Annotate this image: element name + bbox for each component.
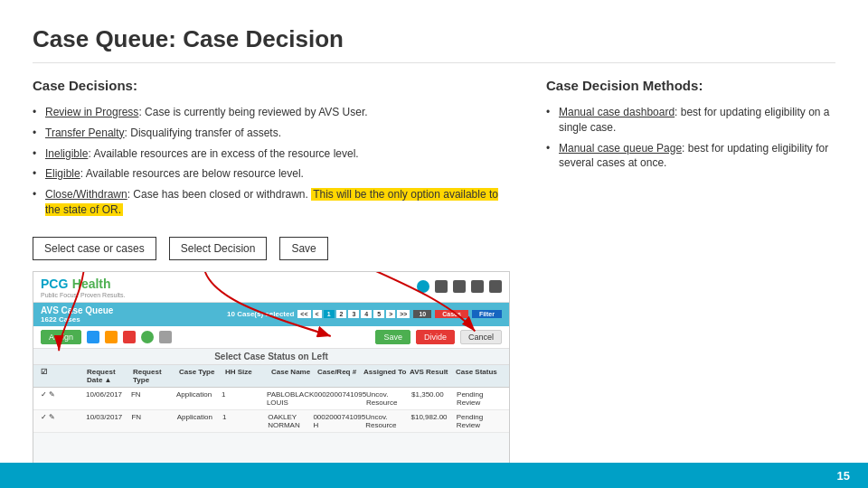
row1-status: Pending Review — [457, 390, 502, 407]
bullet-ineligible-label: Ineligible — [45, 147, 88, 160]
save-btn[interactable]: Save — [375, 330, 410, 344]
methods-list: Manual case dashboard: best for updating… — [546, 102, 835, 174]
pg-1: 1 — [324, 310, 335, 318]
pg-next: > — [386, 310, 395, 318]
th-req-type: Request Type — [133, 368, 179, 384]
home-icon — [417, 280, 429, 293]
bullet-eligible-text: : Available resources are below resource… — [80, 167, 304, 180]
th-case-name: Case Name — [271, 368, 317, 384]
pg-size: 10 — [413, 310, 431, 318]
row1-check: ✓ ✎ — [41, 390, 86, 407]
ss-title-right: 10 Case(s) selected << < 1 2 3 4 5 > >> — [227, 310, 502, 318]
row1-name: PABLOBLACK LOUIS — [267, 390, 314, 407]
th-avs-result: AVS Result — [410, 368, 456, 384]
table-row: ✓ ✎ 10/06/2017 FN Application 1 PABLOBLA… — [33, 388, 509, 410]
bullet-transfer-text: : Disqualifying transfer of assets. — [125, 127, 281, 139]
row2-req: 0002000741095 H — [313, 413, 365, 429]
bullet-review-text: : Case is currently being reviewed by AV… — [138, 106, 367, 118]
case-decisions-list: Review in Progress: Case is currently be… — [33, 102, 510, 221]
bullet-close: Close/Withdrawn: Case has been closed or… — [33, 184, 510, 221]
th-hh-size: HH Size — [225, 368, 271, 384]
workflow-step3: Save — [279, 237, 327, 260]
pg-2: 2 — [336, 310, 347, 318]
workflow-step1: Select case or cases — [33, 237, 156, 260]
row2-name: OAKLEY NORMAN — [268, 413, 313, 429]
footer-bar: 15 — [0, 463, 868, 488]
icon4 — [141, 331, 154, 343]
divide-btn[interactable]: Divide — [416, 330, 455, 344]
row2-check: ✓ ✎ — [41, 413, 86, 429]
icon2 — [105, 331, 118, 343]
row2-hh: 1 — [222, 413, 268, 429]
ss-toolbar: Assign Save Divide Cancel — [33, 326, 509, 349]
th-req-date: Request Date ▲ — [87, 368, 133, 384]
bullet-review-label: Review in Progress — [45, 106, 138, 118]
page-number: 15 — [837, 469, 850, 483]
slide: Case Queue: Case Decision Case Decisions… — [0, 0, 868, 488]
row1-assigned: Uncov. Resource — [366, 390, 411, 407]
icon1 — [87, 331, 99, 343]
bullet-ineligible: Ineligible: Available resources are in e… — [33, 144, 510, 164]
method-dashboard: Manual case dashboard: best for updating… — [546, 102, 835, 138]
ss-cases-selected: 10 Case(s) selected — [227, 310, 294, 318]
row2-status: Pending Review — [457, 413, 502, 429]
ss-header: PCG Health Public Focus. Proven Results. — [33, 272, 509, 303]
th-assigned: Assigned To — [363, 368, 410, 384]
method-queue-label: Manual case queue Page — [559, 142, 682, 155]
bullet-eligible-label: Eligible — [45, 167, 80, 180]
row2-date: 10/03/2017 — [86, 413, 131, 429]
screenshot-area: PCG Health Public Focus. Proven Results. — [33, 271, 510, 470]
row1-date: 10/06/2017 — [86, 390, 131, 407]
bullet-review: Review in Progress: Case is currently be… — [33, 102, 510, 123]
pg-3: 3 — [348, 310, 359, 318]
pg-prev: < — [313, 310, 322, 318]
row1-req: 0002000741095 — [314, 390, 366, 407]
method-queue: Manual case queue Page: best for updatin… — [546, 138, 835, 174]
bullet-close-label: Close/Withdrawn — [45, 188, 127, 201]
search-icon — [435, 280, 448, 293]
filter-btn: Filter — [472, 310, 502, 318]
th-check: ☑ — [41, 368, 87, 384]
method-dashboard-label: Manual case dashboard — [559, 106, 675, 118]
bullet-transfer-label: Transfer Penalty — [45, 127, 125, 139]
workflow-area: Select case or cases Select Decision Sav… — [33, 237, 510, 260]
ss-nav — [417, 280, 502, 293]
ss-table-header: ☑ Request Date ▲ Request Type Case Type … — [33, 365, 509, 388]
row2-type: FN — [131, 413, 176, 429]
th-case-type: Case Type — [179, 368, 225, 384]
ss-logo: PCG Health Public Focus. Proven Results. — [41, 276, 125, 298]
bullet-eligible: Eligible: Available resources are below … — [33, 164, 510, 184]
bullet-ineligible-text: : Available resources are in excess of t… — [88, 147, 358, 160]
pg-last: >> — [397, 310, 410, 318]
assign-btn[interactable]: Assign — [41, 330, 81, 344]
pg-5: 5 — [373, 310, 384, 318]
ss-status-bar: Select Case Status on Left — [33, 349, 509, 365]
icon3 — [123, 331, 136, 343]
th-case-req: Case/Req # — [317, 368, 363, 384]
right-column: Case Decision Methods: Manual case dashb… — [546, 78, 835, 470]
row1-hh: 1 — [222, 390, 267, 407]
case-decision-methods-title: Case Decision Methods: — [546, 78, 835, 93]
ss-queue-title: AVS Case Queue — [41, 305, 113, 315]
ss-case-count-label: 1622 Cases — [41, 315, 113, 324]
gear-icon — [471, 280, 484, 293]
slide-title: Case Queue: Case Decision — [33, 25, 835, 63]
row2-avs: $10,982.00 — [410, 413, 456, 429]
row1-type: FN — [131, 390, 176, 407]
content-area: Case Decisions: Review in Progress: Case… — [33, 78, 835, 470]
cancel-btn[interactable]: Cancel — [460, 330, 502, 344]
row2-assigned: Uncov. Resource — [365, 413, 410, 429]
ss-tagline: Public Focus. Proven Results. — [41, 292, 125, 298]
print-icon — [453, 280, 466, 293]
row2-case-type: Application — [177, 413, 222, 429]
row1-avs: $1,350.00 — [411, 390, 457, 407]
icon5 — [159, 331, 172, 343]
th-case-status: Case Status — [456, 368, 502, 384]
row1-case-type: Application — [176, 390, 222, 407]
workflow-step2: Select Decision — [169, 237, 268, 260]
pg-cases-btn: Cases — [435, 310, 468, 318]
case-decisions-title: Case Decisions: — [33, 78, 510, 93]
user-icon — [489, 280, 502, 293]
left-column: Case Decisions: Review in Progress: Case… — [33, 78, 510, 470]
bullet-close-text: : Case has been closed or withdrawn. — [127, 188, 308, 201]
